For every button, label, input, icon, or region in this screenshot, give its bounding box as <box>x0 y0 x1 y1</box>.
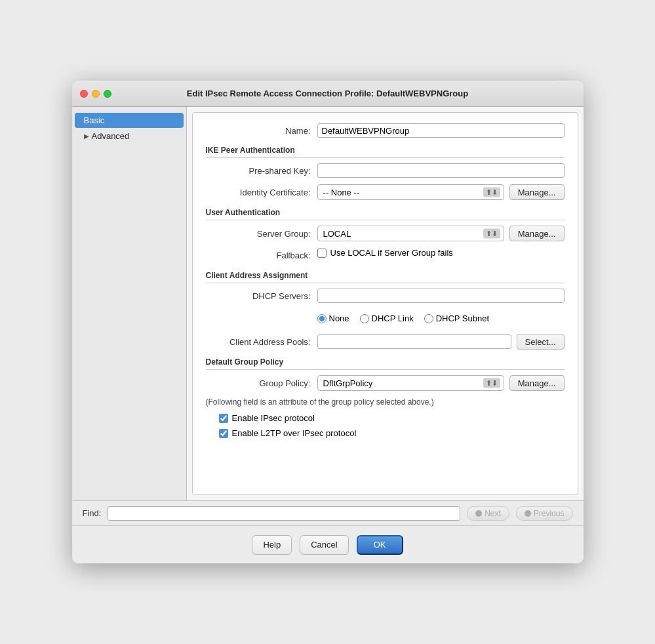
preshared-key-wrapper <box>317 163 565 178</box>
server-group-wrapper: LOCAL ⬆⬇ Manage... <box>317 226 565 241</box>
cancel-button[interactable]: Cancel <box>300 535 348 555</box>
group-policy-row: Group Policy: DfltGrpPolicy ⬆⬇ Manage... <box>206 375 565 391</box>
ike-section-header: IKE Peer Authentication <box>206 146 565 158</box>
name-field-wrapper: DefaultWEBVPNGroup <box>317 123 565 138</box>
server-group-select[interactable]: LOCAL <box>317 226 504 241</box>
user-auth-section-header: User Authentication <box>206 208 565 220</box>
advanced-label: Advanced <box>92 131 130 141</box>
server-group-label: Server Group: <box>206 229 317 239</box>
dhcp-servers-label: DHCP Servers: <box>206 291 317 301</box>
enable-ipsec-checkbox[interactable] <box>219 414 228 423</box>
client-addr-pools-row: Client Address Pools: Select... <box>206 334 565 350</box>
minimize-button[interactable] <box>92 90 100 98</box>
sidebar: Basic ▶ Advanced <box>72 107 187 500</box>
identity-cert-select[interactable]: -- None -- <box>317 184 504 200</box>
group-policy-manage-button[interactable]: Manage... <box>509 375 565 391</box>
close-button[interactable] <box>80 90 88 98</box>
enable-ipsec-label[interactable]: Enable IPsec protocol <box>219 413 565 423</box>
preshared-key-label: Pre-shared Key: <box>206 166 317 176</box>
checkboxes-area: Enable IPsec protocol Enable L2TP over I… <box>206 413 565 438</box>
radio-group: None DHCP Link DHCP Subnet <box>317 313 565 323</box>
dhcp-radio-row: None DHCP Link DHCP Subnet <box>206 310 565 327</box>
name-row: Name: DefaultWEBVPNGroup <box>206 123 565 138</box>
name-label: Name: <box>206 126 317 136</box>
server-group-manage-button[interactable]: Manage... <box>509 226 565 241</box>
radio-dhcp-subnet-label[interactable]: DHCP Subnet <box>424 313 489 323</box>
preshared-key-input[interactable] <box>317 163 565 178</box>
find-bar: Find: Next Previous <box>72 500 584 525</box>
default-group-section-header: Default Group Policy <box>206 357 565 370</box>
maximize-button[interactable] <box>104 90 111 98</box>
dhcp-servers-input[interactable] <box>317 289 565 303</box>
fallback-label: Fallback: <box>206 251 317 260</box>
titlebar: Edit IPsec Remote Access Connection Prof… <box>72 81 584 107</box>
find-label: Find: <box>83 508 102 518</box>
bottom-buttons: Help Cancel OK <box>72 525 584 563</box>
fallback-checkbox[interactable] <box>317 249 327 258</box>
sidebar-item-basic[interactable]: Basic <box>75 113 184 128</box>
fallback-checkbox-wrapper: Use LOCAL if Server Group fails <box>317 248 565 263</box>
radio-dhcp-link[interactable] <box>360 314 369 323</box>
identity-cert-manage-button[interactable]: Manage... <box>509 184 565 200</box>
next-label: Next <box>485 509 501 518</box>
fallback-row: Fallback: Use LOCAL if Server Group fail… <box>206 248 565 263</box>
enable-ipsec-text: Enable IPsec protocol <box>232 413 315 423</box>
radio-none-text: None <box>329 313 349 323</box>
server-group-row: Server Group: LOCAL ⬆⬇ Manage... <box>206 226 565 241</box>
identity-cert-label: Identity Certificate: <box>206 188 317 197</box>
client-addr-section-header: Client Address Assignment <box>206 271 565 283</box>
client-addr-pools-input[interactable] <box>317 334 511 349</box>
radio-dhcp-link-label[interactable]: DHCP Link <box>360 313 414 323</box>
enable-l2tp-checkbox[interactable] <box>219 429 228 438</box>
next-dot-icon <box>475 510 482 517</box>
enable-l2tp-text: Enable L2TP over IPsec protocol <box>232 428 357 438</box>
radio-dhcp-link-text: DHCP Link <box>372 313 414 323</box>
group-policy-note: (Following field is an attribute of the … <box>206 397 565 407</box>
radio-dhcp-subnet[interactable] <box>424 314 433 323</box>
enable-l2tp-label[interactable]: Enable L2TP over IPsec protocol <box>219 428 565 438</box>
next-button[interactable]: Next <box>467 506 509 521</box>
main-window: Edit IPsec Remote Access Connection Prof… <box>72 81 584 563</box>
window-title: Edit IPsec Remote Access Connection Prof… <box>187 89 468 98</box>
dhcp-radio-wrapper: None DHCP Link DHCP Subnet <box>317 310 565 327</box>
ok-button[interactable]: OK <box>357 535 403 555</box>
radio-none[interactable] <box>317 314 327 323</box>
find-input[interactable] <box>108 506 460 521</box>
identity-cert-wrapper: -- None -- ⬆⬇ Manage... <box>317 184 565 200</box>
group-policy-wrapper: DfltGrpPolicy ⬆⬇ Manage... <box>317 375 565 391</box>
group-policy-select[interactable]: DfltGrpPolicy <box>317 375 504 391</box>
preshared-key-row: Pre-shared Key: <box>206 163 565 178</box>
dhcp-servers-wrapper <box>317 289 565 303</box>
basic-label: Basic <box>84 115 105 125</box>
select-button[interactable]: Select... <box>517 334 565 350</box>
form-area: Name: DefaultWEBVPNGroup IKE Peer Authen… <box>192 112 578 495</box>
group-policy-label: Group Policy: <box>206 378 317 388</box>
previous-label: Previous <box>534 509 565 518</box>
radio-dhcp-subnet-text: DHCP Subnet <box>436 313 489 323</box>
client-addr-pools-wrapper: Select... <box>317 334 565 350</box>
traffic-lights <box>80 90 111 98</box>
group-policy-select-wrapper: DfltGrpPolicy ⬆⬇ <box>317 375 504 391</box>
name-input[interactable]: DefaultWEBVPNGroup <box>317 123 565 138</box>
sidebar-item-advanced[interactable]: ▶ Advanced <box>75 129 184 144</box>
fallback-checkbox-text: Use LOCAL if Server Group fails <box>330 248 453 258</box>
previous-dot-icon <box>525 510 531 517</box>
fallback-checkbox-label[interactable]: Use LOCAL if Server Group fails <box>317 248 565 258</box>
help-button[interactable]: Help <box>252 535 292 555</box>
radio-none-label[interactable]: None <box>317 313 349 323</box>
main-content: Basic ▶ Advanced Name: DefaultWEBVPNGrou… <box>72 107 584 500</box>
chevron-right-icon: ▶ <box>84 132 89 140</box>
previous-button[interactable]: Previous <box>516 506 573 521</box>
client-addr-pools-label: Client Address Pools: <box>206 337 317 347</box>
identity-cert-row: Identity Certificate: -- None -- ⬆⬇ Mana… <box>206 184 565 200</box>
identity-cert-select-wrapper: -- None -- ⬆⬇ <box>317 184 504 200</box>
server-group-select-wrapper: LOCAL ⬆⬇ <box>317 226 504 241</box>
dhcp-servers-row: DHCP Servers: <box>206 289 565 303</box>
